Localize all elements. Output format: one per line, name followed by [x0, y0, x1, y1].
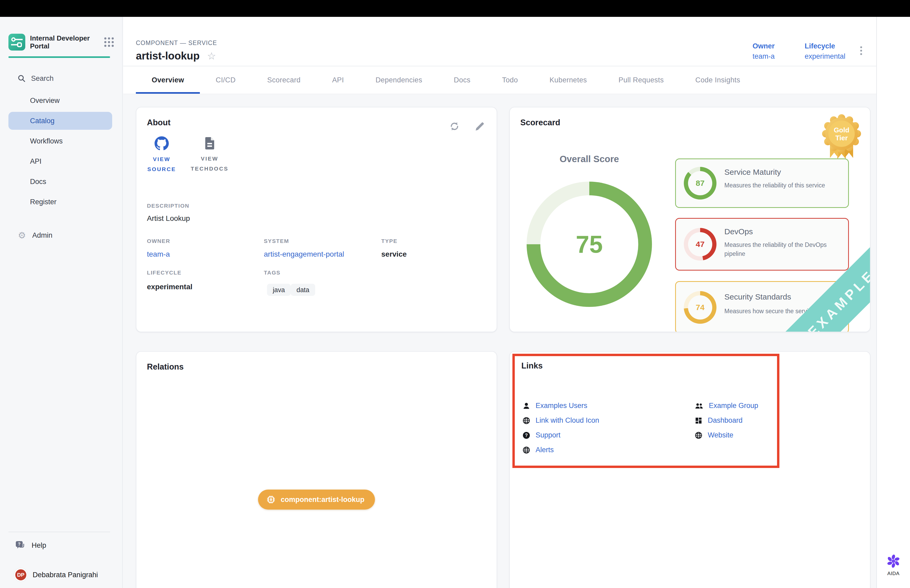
- links-title: Links: [521, 361, 543, 371]
- entity-tabs: Overview CI/CD Scorecard API Dependencie…: [123, 66, 876, 94]
- help-button[interactable]: ? Help: [8, 538, 112, 553]
- overall-score-label: Overall Score: [542, 154, 637, 164]
- devops-name: DevOps: [724, 227, 753, 236]
- dashboard-icon: [695, 417, 703, 425]
- globe-icon: [522, 417, 530, 425]
- view-source-label: VIEW SOURCE: [141, 154, 183, 174]
- gear-icon: ⚙︎: [18, 231, 26, 240]
- aida-assistant-button[interactable]: AIDA: [877, 553, 910, 577]
- tab-scorecard[interactable]: Scorecard: [251, 66, 317, 94]
- sidebar-item-overview[interactable]: Overview: [8, 92, 112, 110]
- sidebar-nav: Overview Catalog Workflows API Docs Regi…: [8, 92, 112, 213]
- tab-kubernetes[interactable]: Kubernetes: [534, 66, 603, 94]
- svg-text:?: ?: [18, 542, 21, 546]
- search-input[interactable]: Search: [8, 71, 114, 86]
- tab-code-insights[interactable]: Code Insights: [680, 66, 756, 94]
- svg-text:?: ?: [525, 433, 528, 438]
- service-maturity-name: Service Maturity: [724, 168, 781, 177]
- relation-node-label: component:artist-lookup: [281, 496, 364, 504]
- devops-ring: 47: [684, 228, 716, 260]
- link-label: Link with Cloud Icon: [535, 417, 599, 425]
- edit-pencil-icon[interactable]: [475, 121, 485, 132]
- sidebar-item-api[interactable]: API: [8, 152, 112, 170]
- search-label: Search: [31, 74, 54, 82]
- view-source-button[interactable]: VIEW SOURCE: [141, 136, 183, 174]
- link-label: Website: [708, 431, 733, 439]
- tab-todo[interactable]: Todo: [487, 66, 534, 94]
- group-icon: [695, 402, 703, 410]
- tab-api[interactable]: API: [316, 66, 360, 94]
- view-techdocs-button[interactable]: VIEW TECHDOCS: [187, 136, 232, 174]
- link-example-group[interactable]: Example Group: [695, 402, 758, 410]
- tab-dependencies[interactable]: Dependencies: [360, 66, 438, 94]
- overall-score-donut: 75: [527, 182, 652, 307]
- relations-card: Relations component:artist-lookup: [136, 351, 497, 588]
- aida-flower-icon: [886, 553, 901, 569]
- user-menu[interactable]: DP Debabrata Panigrahi: [8, 566, 119, 583]
- favorite-star-icon[interactable]: ☆: [207, 51, 216, 61]
- sidebar-item-register[interactable]: Register: [8, 193, 112, 211]
- link-label: Examples Users: [535, 402, 587, 410]
- search-icon: [18, 74, 26, 82]
- tab-docs[interactable]: Docs: [438, 66, 487, 94]
- system-field-label: SYSTEM: [264, 238, 289, 244]
- owner-field-link[interactable]: team-a: [147, 250, 170, 258]
- header-owner: Owner team-a: [753, 42, 775, 61]
- sidebar-item-admin[interactable]: ⚙︎ Admin: [8, 226, 112, 244]
- link-support[interactable]: ? Support: [522, 431, 561, 439]
- sidebar-item-catalog[interactable]: Catalog: [8, 112, 112, 130]
- security-standards-ring: 74: [684, 291, 716, 324]
- devops-score: 47: [696, 240, 704, 249]
- description-label: DESCRIPTION: [147, 203, 189, 209]
- relation-node-component[interactable]: component:artist-lookup: [258, 489, 375, 510]
- link-dashboard[interactable]: Dashboard: [695, 417, 742, 425]
- kebab-menu-icon[interactable]: [856, 46, 866, 55]
- about-card: About VIEW SOURCE: [136, 107, 497, 332]
- link-alerts[interactable]: Alerts: [522, 446, 554, 454]
- system-field-link[interactable]: artist-engagement-portal: [264, 250, 344, 258]
- scorecard-item-service-maturity[interactable]: 87 Service Maturity Measures the reliabi…: [675, 158, 849, 208]
- top-black-bar: [0, 0, 910, 17]
- overall-score-value: 75: [576, 231, 603, 258]
- app-logo-row: Internal Developer Portal: [8, 33, 114, 51]
- sidebar-item-docs[interactable]: Docs: [8, 173, 112, 191]
- link-with-cloud-icon[interactable]: Link with Cloud Icon: [522, 417, 599, 425]
- gold-tier-badge: Gold Tier: [821, 114, 862, 163]
- admin-label: Admin: [32, 231, 52, 239]
- app-grid-icon[interactable]: [104, 37, 114, 47]
- sidebar-item-workflows[interactable]: Workflows: [8, 132, 112, 150]
- aida-label: AIDA: [887, 571, 900, 577]
- lifecycle-value: experimental: [805, 52, 845, 61]
- link-label: Dashboard: [708, 417, 742, 425]
- tab-cicd[interactable]: CI/CD: [200, 66, 251, 94]
- app-title: Internal Developer Portal: [30, 34, 92, 50]
- tab-pull-requests[interactable]: Pull Requests: [603, 66, 680, 94]
- user-name: Debabrata Panigrahi: [33, 571, 98, 579]
- tag-chip-data[interactable]: data: [291, 284, 315, 296]
- lifecycle-label: Lifecycle: [805, 42, 845, 50]
- owner-value-link[interactable]: team-a: [753, 52, 775, 61]
- link-label: Support: [535, 431, 561, 439]
- scorecard-card: Scorecard Overall Score 75 87 Service Ma…: [509, 107, 871, 332]
- link-label: Alerts: [535, 446, 554, 454]
- lifecycle-field-value: experimental: [147, 283, 192, 291]
- owner-field-label: OWNER: [147, 238, 170, 244]
- help-chat-icon: ?: [15, 541, 26, 550]
- sidebar: Internal Developer Portal Search Overvie…: [0, 17, 123, 588]
- tab-overview[interactable]: Overview: [136, 66, 200, 94]
- relations-title: Relations: [147, 362, 184, 372]
- refresh-icon[interactable]: [449, 121, 460, 132]
- tags-field-label: TAGS: [264, 270, 280, 276]
- link-examples-users[interactable]: Examples Users: [522, 402, 587, 410]
- main-area: COMPONENT — SERVICE artist-lookup ☆ Owne…: [123, 17, 876, 588]
- overview-content: About VIEW SOURCE: [123, 94, 876, 588]
- link-website[interactable]: Website: [695, 431, 733, 439]
- avatar: DP: [14, 568, 27, 582]
- tag-chip-java[interactable]: java: [267, 284, 291, 296]
- sidebar-accent-divider: [8, 57, 110, 58]
- entity-header: COMPONENT — SERVICE artist-lookup ☆ Owne…: [123, 17, 876, 66]
- security-standards-name: Security Standards: [724, 292, 791, 301]
- scorecard-item-devops[interactable]: 47 DevOps Measures the reliability of th…: [675, 218, 849, 271]
- devops-desc: Measures the reliability of the DevOps p…: [724, 240, 843, 258]
- scorecard-title: Scorecard: [520, 118, 560, 128]
